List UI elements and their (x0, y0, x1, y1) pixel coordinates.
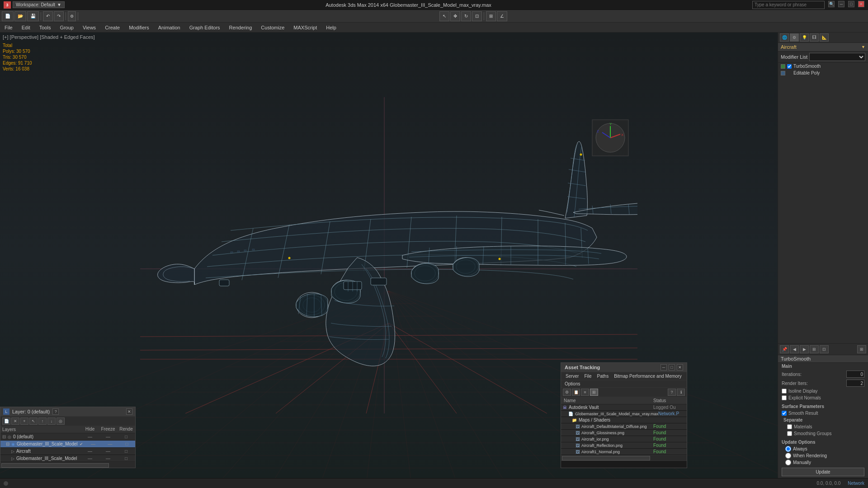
asset-menu-server[interactable]: Server (563, 373, 581, 380)
menu-tools[interactable]: Tools (35, 24, 56, 31)
layer-row-1[interactable]: ⊟ ◉ Globemaster_III_Scale_Model ✔ — — □ (0, 441, 135, 448)
layers-new-btn[interactable]: 📄 (2, 418, 10, 425)
asset-restore-btn[interactable]: □ (669, 364, 675, 371)
panel-icon-2[interactable]: ⚙ (790, 33, 799, 42)
asset-row-1[interactable]: 📄 Globemaster_III_Scale_Model_max_vray.m… (561, 411, 687, 417)
manually-radio[interactable] (785, 460, 791, 465)
layers-close-btn[interactable]: ✕ (126, 408, 132, 415)
maximize-button[interactable]: □ (848, 1, 854, 7)
modifier-turbosmoooth[interactable]: TurboSmooth (778, 63, 868, 70)
menu-file[interactable]: File (0, 24, 17, 31)
menu-graph-editors[interactable]: Graph Editors (185, 24, 225, 31)
menu-rendering[interactable]: Rendering (225, 24, 257, 31)
asset-menu-paths[interactable]: Paths (594, 373, 612, 380)
asset-minimize-btn[interactable]: ─ (660, 364, 667, 371)
save-btn[interactable]: 💾 (27, 11, 39, 21)
modifier-checkbox-turbo[interactable] (787, 64, 792, 69)
asset-btn-3[interactable]: ≡ (581, 389, 589, 396)
menu-modifiers[interactable]: Modifiers (124, 24, 154, 31)
menu-edit[interactable]: Edit (17, 24, 35, 31)
status-indicator (4, 481, 8, 486)
layers-select-btn[interactable]: ↖ (29, 418, 38, 425)
asset-menu-bitmap[interactable]: Bitmap Performance and Memory (611, 373, 684, 380)
layer-row-2[interactable]: ▷ Aircraft — — □ (0, 448, 135, 455)
object-name-dropdown[interactable]: ▼ (861, 45, 865, 49)
move-btn[interactable]: ✥ (450, 11, 460, 21)
layer-row-3[interactable]: ▷ Globemaster_III_Scale_Model — — □ (0, 455, 135, 462)
asset-row-4[interactable]: 🖼 Aircraft_Glossiness.png Found (561, 430, 687, 436)
modifier-editable-poly[interactable]: Editable Poly (778, 70, 868, 76)
asset-btn-1[interactable]: ⚙ (563, 389, 571, 396)
menu-help[interactable]: Help (321, 24, 341, 31)
always-radio[interactable] (785, 446, 791, 452)
undo-btn[interactable]: ↶ (43, 11, 53, 21)
search-icon[interactable]: 🔍 (828, 1, 835, 7)
asset-close-btn[interactable]: ✕ (677, 364, 683, 371)
smoothing-groups-checkbox[interactable] (787, 431, 792, 436)
menu-animation[interactable]: Animation (154, 24, 185, 31)
viewport[interactable]: [+] [Perspective] [Shaded + Edged Faces]… (0, 33, 778, 478)
layer-row-0[interactable]: ⊟ ◎ 0 (default) — — □ (0, 433, 135, 441)
menu-views[interactable]: Views (78, 24, 100, 31)
scale-btn[interactable]: ⊡ (472, 11, 482, 21)
snap-toggle[interactable]: ⊞ (486, 11, 496, 21)
search-input[interactable] (752, 1, 825, 9)
explicit-checkbox[interactable] (782, 395, 787, 400)
new-btn[interactable]: 📄 (2, 11, 14, 21)
when-rendering-radio[interactable] (785, 453, 791, 459)
layers-movedown-btn[interactable]: ↓ (47, 418, 56, 425)
select-btn[interactable]: ↖ (439, 11, 449, 21)
close-button[interactable]: ✕ (858, 1, 864, 7)
asset-row-5[interactable]: 🖼 Aircraft_ior.png Found (561, 436, 687, 442)
panel-icon-1[interactable]: 🌐 (780, 33, 789, 42)
layers-scrollbar[interactable] (0, 462, 135, 468)
pin-btn[interactable]: 📌 (780, 345, 789, 353)
asset-options-row[interactable]: Options (561, 380, 687, 388)
minimize-button[interactable]: ─ (838, 1, 844, 7)
asset-row-2[interactable]: 📁 Maps / Shaders (561, 417, 687, 423)
layers-delete-btn[interactable]: ✕ (11, 418, 19, 425)
layers-help-btn[interactable]: ? (52, 408, 59, 415)
asset-info-btn[interactable]: ℹ (677, 389, 685, 396)
materials-checkbox[interactable] (787, 424, 792, 429)
asset-menu-file[interactable]: File (581, 373, 594, 380)
asset-help-btn[interactable]: ? (668, 389, 676, 396)
isoline-checkbox[interactable] (782, 389, 787, 394)
nav-icon6[interactable]: ⊞ (857, 345, 866, 353)
menu-customize[interactable]: Customize (256, 24, 289, 31)
layers-highlight-btn[interactable]: ◎ (57, 418, 65, 425)
angle-snap[interactable]: ∠ (497, 11, 507, 21)
menu-group[interactable]: Group (55, 24, 78, 31)
asset-scrollbar[interactable] (561, 455, 687, 460)
nav-prev-btn[interactable]: ◀ (790, 345, 799, 353)
render-setup-btn[interactable]: ⚙ (68, 11, 76, 21)
nav-next-btn[interactable]: ▶ (800, 345, 809, 353)
layers-moveup-btn[interactable]: ↑ (38, 418, 47, 425)
asset-row-3[interactable]: 🖼 Aircraft_DefaultMaterial_Diffuse.png F… (561, 423, 687, 430)
open-btn[interactable]: 📂 (14, 11, 26, 21)
turbosmoooth-header[interactable]: TurboSmooth (778, 355, 868, 363)
nav-icon4[interactable]: ⊞ (810, 345, 819, 353)
update-button[interactable]: Update (782, 468, 864, 476)
rotate-btn[interactable]: ↻ (461, 11, 471, 21)
menu-maxscript[interactable]: MAXScript (289, 24, 321, 31)
asset-btn-2[interactable]: 📋 (572, 389, 580, 396)
asset-row-6[interactable]: 🖼 Aircraft_Reflection.png Found (561, 442, 687, 449)
panel-icon-5[interactable]: 📐 (820, 33, 829, 42)
nav-icon5[interactable]: ⊡ (820, 345, 829, 353)
layers-add-btn[interactable]: + (20, 418, 28, 425)
panel-icon-3[interactable]: 💡 (800, 33, 809, 42)
asset-btn-4[interactable]: ⊞ (590, 389, 598, 396)
menu-create[interactable]: Create (100, 24, 124, 31)
col-freeze: Freeze (99, 427, 117, 432)
asset-row-0[interactable]: 🏛 Autodesk Vault Logged Ou (561, 404, 687, 411)
iterations-input[interactable] (846, 371, 864, 378)
redo-btn[interactable]: ↷ (54, 11, 64, 21)
modifier-list-dropdown[interactable] (809, 53, 865, 61)
workspace-dropdown[interactable]: Workspace: Default ▼ (13, 1, 65, 8)
render-iters-input[interactable] (846, 380, 864, 387)
panel-icon-4[interactable]: 🎞 (810, 33, 819, 42)
asset-row-7[interactable]: 🖼 Aircraft1_Normal.png Found (561, 449, 687, 455)
modifier-name-turbo: TurboSmooth (793, 64, 821, 69)
smooth-result-checkbox[interactable] (782, 411, 787, 416)
